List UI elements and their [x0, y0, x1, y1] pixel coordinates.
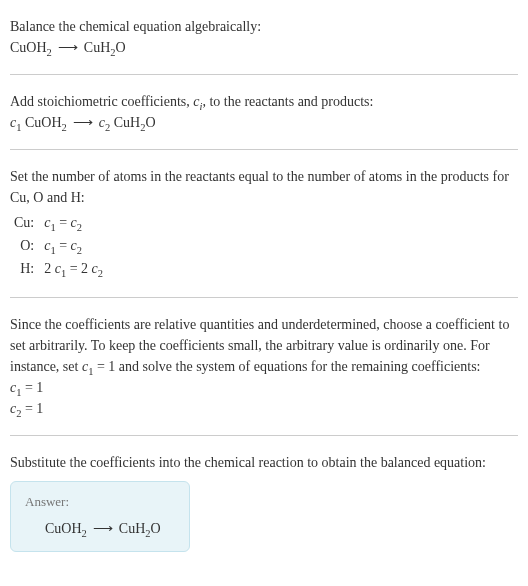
- atom-balance-table: Cu: c1 = c2 O: c1 = c2 H: 2 c1 = 2 c2: [10, 212, 109, 281]
- equation-cu: c1 = c2: [40, 212, 109, 235]
- equation-initial: CuOH2⟶CuH2O: [10, 37, 518, 58]
- step-5-text: Substitute the coefficients into the che…: [10, 452, 518, 473]
- answer-label: Answer:: [25, 492, 175, 512]
- answer-box: Answer: CuOH2⟶CuH2O: [10, 481, 190, 552]
- step-3: Set the number of atoms in the reactants…: [10, 158, 518, 289]
- step-2: Add stoichiometric coefficients, ci, to …: [10, 83, 518, 141]
- equation-o: c1 = c2: [40, 235, 109, 258]
- divider: [10, 435, 518, 436]
- solution-c1: c1 = 1: [10, 377, 518, 398]
- step-3-text: Set the number of atoms in the reactants…: [10, 166, 518, 208]
- step-4-text: Since the coefficients are relative quan…: [10, 314, 518, 377]
- answer-equation: CuOH2⟶CuH2O: [25, 518, 175, 539]
- solution-c2: c2 = 1: [10, 398, 518, 419]
- divider: [10, 149, 518, 150]
- equation-h: 2 c1 = 2 c2: [40, 258, 109, 281]
- table-row: O: c1 = c2: [10, 235, 109, 258]
- step-5: Substitute the coefficients into the che…: [10, 444, 518, 560]
- step-4: Since the coefficients are relative quan…: [10, 306, 518, 427]
- table-row: Cu: c1 = c2: [10, 212, 109, 235]
- step-1-text: Balance the chemical equation algebraica…: [10, 16, 518, 37]
- step-2-text: Add stoichiometric coefficients, ci, to …: [10, 91, 518, 112]
- divider: [10, 74, 518, 75]
- equation-coefficients: c1 CuOH2⟶c2 CuH2O: [10, 112, 518, 133]
- divider: [10, 297, 518, 298]
- step-1: Balance the chemical equation algebraica…: [10, 8, 518, 66]
- element-label-h: H:: [10, 258, 40, 281]
- element-label-o: O:: [10, 235, 40, 258]
- element-label-cu: Cu:: [10, 212, 40, 235]
- table-row: H: 2 c1 = 2 c2: [10, 258, 109, 281]
